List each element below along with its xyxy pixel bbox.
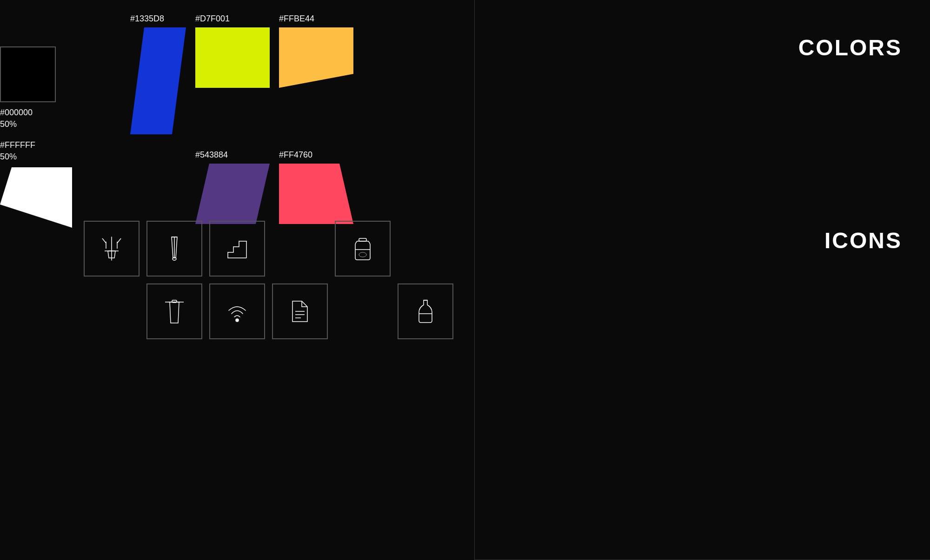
icon-gap-2 (84, 283, 140, 339)
black-swatch-container: #000000 50% (0, 46, 56, 130)
svg-marker-4 (195, 164, 270, 224)
trash-icon-box (146, 283, 202, 339)
icon-gap-1 (272, 221, 328, 277)
right-panel: COLORS ICONS (474, 0, 930, 560)
svg-marker-3 (279, 27, 353, 88)
white-shape-svg (0, 167, 72, 228)
water-bottle-icon (349, 235, 377, 263)
colors-section-label: COLORS (798, 35, 902, 60)
red-swatch-wrapper: #FF4760 (279, 150, 353, 226)
pen-icon-box (146, 221, 202, 277)
white-swatch-label: #FFFFFF 50% (0, 139, 72, 163)
wifi-icon-box (209, 283, 265, 339)
icons-section-label: ICONS (824, 228, 902, 253)
purple-swatch-wrapper: #543884 (195, 150, 270, 226)
stairs-icon-box (209, 221, 265, 277)
svg-rect-24 (172, 300, 177, 303)
svg-point-25 (236, 319, 239, 322)
svg-rect-2 (195, 27, 270, 88)
purple-shape-svg (195, 164, 270, 224)
black-swatch-label: #000000 50% (0, 107, 56, 130)
wifi-icon (223, 297, 251, 325)
svg-marker-1 (130, 27, 186, 134)
icon-row-2 (84, 283, 453, 339)
water-bottle-icon-box (335, 221, 391, 277)
svg-marker-5 (279, 164, 353, 224)
red-shape-svg (279, 164, 353, 224)
svg-line-11 (102, 238, 106, 243)
wine-bottle-icon-box (398, 283, 453, 339)
svg-marker-0 (0, 167, 72, 228)
black-swatch (0, 46, 56, 102)
svg-line-12 (117, 238, 121, 243)
orange-shape-svg (279, 27, 353, 88)
svg-rect-19 (359, 238, 366, 241)
lime-swatch-wrapper: #D7F001 (195, 14, 270, 90)
pen-icon (160, 235, 188, 263)
lime-shape-svg (195, 27, 270, 88)
orange-swatch-wrapper: #FFBE44 (279, 14, 353, 90)
color-shapes-area: #1335D8 #D7F001 #FFBE44 (130, 14, 353, 226)
icons-section (84, 221, 453, 346)
document-icon (286, 297, 314, 325)
stairs-icon (223, 235, 251, 263)
white-swatch-container: #FFFFFF 50% (0, 135, 72, 230)
wine-bottle-icon (412, 297, 439, 325)
blue-swatch-wrapper: #1335D8 (130, 14, 186, 136)
blue-shape-svg (130, 27, 186, 134)
svg-point-21 (359, 252, 366, 257)
power-plug-icon (98, 235, 126, 263)
trash-icon (160, 297, 188, 325)
power-plug-icon-box (84, 221, 140, 277)
icon-gap-3 (335, 283, 391, 339)
document-icon-box (272, 283, 328, 339)
main-content: #000000 50% #FFFFFF 50% #1335D8 #D7F0 (0, 0, 465, 560)
icon-row-1 (84, 221, 453, 277)
